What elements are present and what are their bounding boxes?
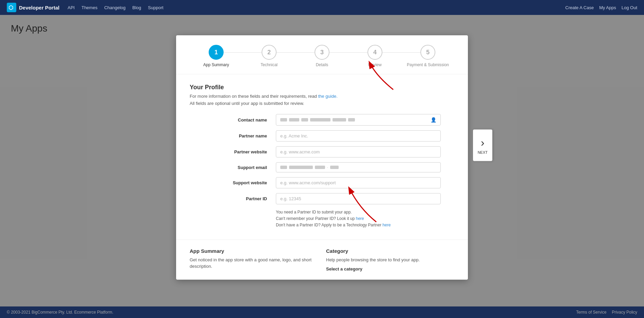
svg-text:⬡: ⬡	[8, 5, 13, 11]
step-5-label: Payment & Submission	[407, 62, 449, 67]
top-navigation: ⬡ Developer Portal API Themes Changelog …	[0, 0, 644, 15]
bottom-left: App Summary Get noticed in the app store…	[190, 248, 318, 272]
next-chevron-icon: ›	[481, 136, 485, 149]
partner-id-help-3: Don't have a Partner ID? Apply to be a T…	[276, 222, 441, 228]
step-1-circle: 1	[209, 45, 224, 60]
redact-block-6	[348, 118, 355, 121]
apply-link[interactable]: here	[382, 223, 391, 227]
step-4: 4 Review	[348, 45, 401, 67]
step-4-label: Review	[368, 62, 381, 67]
footer: © 2003-2021 BigCommerce Pty. Ltd. Ecomme…	[0, 306, 644, 318]
step-2-label: Technical	[261, 62, 278, 67]
step-5-circle: 5	[420, 45, 435, 60]
partner-name-label: Partner name	[203, 133, 271, 138]
nav-blog[interactable]: Blog	[132, 5, 141, 10]
partner-name-input[interactable]	[276, 130, 441, 142]
modal-overlay: 1 App Summary 2 Technical 3 Details 4 Re…	[0, 15, 644, 318]
support-website-input[interactable]	[276, 177, 441, 188]
email-redact-2	[289, 166, 313, 169]
step-3: 3 Details	[296, 45, 348, 67]
next-button[interactable]: › NEXT	[473, 130, 492, 161]
step-1-label: App Summary	[203, 62, 229, 67]
bottom-app-summary-title: App Summary	[190, 248, 318, 254]
footer-copyright: © 2003-2021 BigCommerce Pty. Ltd. Ecomme…	[7, 310, 113, 315]
stepper: 1 App Summary 2 Technical 3 Details 4 Re…	[176, 35, 468, 74]
modal-body: Your Profile For more information on the…	[176, 74, 468, 240]
footer-tos[interactable]: Terms of Service	[576, 310, 606, 315]
page-background: My Apps 1 App Summary 2 Technical 3 Deta…	[0, 15, 644, 318]
partner-id-label: Partner ID	[203, 196, 271, 201]
support-website-label: Support website	[203, 180, 271, 185]
brand-name: Developer Portal	[19, 5, 59, 11]
footer-privacy[interactable]: Privacy Policy	[612, 310, 637, 315]
bottom-right: Category Help people browsing the store …	[326, 248, 454, 272]
partner-id-help: You need a Partner ID to submit your app…	[276, 209, 441, 229]
partner-id-help-1: You need a Partner ID to submit your app…	[276, 209, 441, 216]
next-label: NEXT	[478, 150, 488, 154]
contact-name-field-wrap: 👤	[276, 114, 441, 126]
nav-links: API Themes Changelog Blog Support	[68, 5, 565, 10]
guide-link[interactable]: the guide.	[318, 94, 338, 99]
nav-logout[interactable]: Log Out	[622, 5, 637, 10]
step-2-circle: 2	[262, 45, 277, 60]
section-title: Your Profile	[190, 84, 454, 91]
nav-support[interactable]: Support	[148, 5, 164, 10]
bottom-category-text: Help people browsing the store to find y…	[326, 257, 454, 263]
contact-name-redacted[interactable]: 👤	[276, 114, 441, 126]
step-5: 5 Payment & Submission	[401, 45, 454, 67]
partner-id-help-2: Can't remember your Partner ID? Look it …	[276, 216, 441, 222]
redact-block-3	[301, 118, 308, 121]
step-2: 2 Technical	[243, 45, 296, 67]
redact-block-2	[289, 118, 299, 121]
bottom-category-title: Category	[326, 248, 454, 254]
modal-bottom: App Summary Get noticed in the app store…	[176, 240, 468, 280]
optional-note: All fields are optional until your app i…	[190, 101, 454, 106]
bottom-category-sub: Select a category	[326, 266, 454, 272]
step-1: 1 App Summary	[190, 45, 243, 67]
section-desc: For more information on these fields and…	[190, 94, 454, 99]
support-email-redacted[interactable]: ·	[276, 162, 441, 172]
email-redact-4	[330, 166, 339, 169]
modal-dialog: 1 App Summary 2 Technical 3 Details 4 Re…	[176, 35, 468, 280]
partner-website-input[interactable]	[276, 146, 441, 157]
email-redact-3	[315, 166, 325, 169]
redact-block-4	[310, 118, 330, 121]
nav-my-apps-top[interactable]: My Apps	[599, 5, 616, 10]
nav-create-case[interactable]: Create A Case	[565, 5, 594, 10]
bottom-app-summary-text: Get noticed in the app store with a good…	[190, 257, 318, 270]
nav-api[interactable]: API	[68, 5, 75, 10]
nav-changelog[interactable]: Changelog	[104, 5, 126, 10]
email-redact-1	[280, 166, 287, 169]
footer-links: Terms of Service Privacy Policy	[576, 310, 637, 315]
profile-form: Contact name 👤 Partner na	[203, 114, 441, 229]
email-dot: ·	[327, 165, 328, 169]
lookup-link[interactable]: here	[356, 216, 364, 221]
nav-right: Create A Case My Apps Log Out	[565, 5, 637, 10]
logo-icon: ⬡	[7, 3, 16, 12]
nav-themes[interactable]: Themes	[81, 5, 97, 10]
contact-name-label: Contact name	[203, 117, 271, 123]
logo-area: ⬡ Developer Portal	[7, 3, 59, 12]
partner-website-label: Partner website	[203, 149, 271, 154]
redact-block-1	[280, 118, 287, 121]
step-3-circle: 3	[315, 45, 329, 60]
step-3-label: Details	[316, 62, 328, 67]
redact-block-5	[333, 118, 346, 121]
support-email-label: Support email	[203, 165, 271, 170]
step-4-circle: 4	[367, 45, 382, 60]
contact-person-icon: 👤	[431, 117, 436, 123]
partner-id-input[interactable]	[276, 193, 441, 204]
